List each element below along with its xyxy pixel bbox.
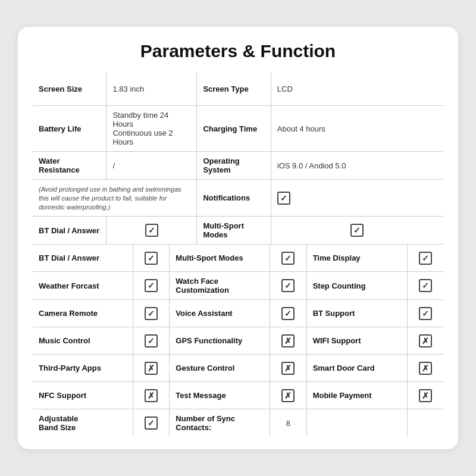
table-row: BT Dial / Answer Multi-Sport Modes Time … [33,245,444,272]
battery-life-value: Standby time 24 HoursContinuous use 2 Ho… [112,111,173,146]
feature-check-bt-dial [145,224,158,237]
feature-label: BT Support [313,309,355,318]
sync-contacts-value: 8 [286,419,290,428]
table-row: Screen Size 1.83 inch Screen Type LCD [33,73,444,106]
table-row: BT Dial / Answer Multi-SportModes [33,217,444,245]
table-row: Third-Party Apps Gesture Control Smart D… [33,355,444,382]
battery-life-label: Battery Life [39,124,82,133]
feature-label: Test Message [176,391,226,400]
main-card: Parameters & Function Screen Size 1.83 i… [18,27,458,449]
screen-size-value: 1.83 inch [112,84,144,93]
operating-system-value: iOS 9.0 / Andiod 5.0 [277,161,346,170]
notifications-label: Notifications [203,193,250,202]
feature-label-bt-dial: BT Dial / Answer [39,226,99,235]
feature-check [419,389,432,402]
feature-label: Smart Door Card [313,364,375,372]
feature-label: Camera Remote [39,309,98,318]
feature-check [419,362,432,375]
screen-size-label: Screen Size [39,84,82,93]
feature-check [281,279,295,292]
table-row: Battery Life Standby time 24 HoursContin… [33,106,444,152]
feature-check [145,389,158,402]
feature-check [281,362,295,375]
table-row: Music Control GPS Functionality WIFI Sup… [33,327,444,355]
feature-check [419,279,432,292]
charging-time-value: About 4 hours [277,124,325,133]
table-row: AdjustableBand Size Number of SyncContac… [33,409,444,437]
charging-time-label: Charging Time [203,124,257,133]
screen-type-label: Screen Type [203,84,248,93]
feature-label: Weather Forcast [39,281,99,290]
notifications-check [277,192,290,205]
feature-label: Music Control [39,336,90,345]
table-row: NFC Support Test Message Mobile Payment [33,382,444,409]
table-row: Camera Remote Voice Assistant BT Support [33,300,444,327]
feature-label: BT Dial / Answer [39,253,99,262]
feature-check [145,362,158,375]
feature-label: AdjustableBand Size [39,414,78,432]
feature-check [145,279,158,292]
feature-label-multi-sport: Multi-SportModes [203,221,244,239]
table-row: (Avoid prolonged use in bathing and swim… [33,180,444,217]
feature-check [281,389,295,402]
operating-system-label: OperatingSystem [203,156,239,174]
feature-label: Number of SyncContacts: [176,414,235,432]
feature-check [145,252,158,265]
water-note: (Avoid prolonged use in bathing and swim… [39,186,181,211]
feature-check [419,307,432,320]
page-title: Parameters & Function [32,41,444,61]
feature-check [281,334,295,347]
water-resistance-label: WaterResistance [39,156,80,174]
feature-label: Multi-Sport Modes [176,253,243,262]
table-row: Weather Forcast Watch FaceCustomization … [33,272,444,300]
feature-label: GPS Functionality [176,336,242,345]
feature-label: Watch FaceCustomization [176,277,229,295]
feature-check [145,307,158,320]
feature-label: Third-Party Apps [39,364,101,372]
feature-check [281,252,295,265]
feature-label: Mobile Payment [313,391,372,400]
feature-label: WIFI Support [313,336,361,345]
feature-label: Time Display [313,253,361,262]
specs-table: Screen Size 1.83 inch Screen Type LCD Ba… [32,72,444,245]
table-row: WaterResistance / OperatingSystem iOS 9.… [33,152,444,180]
feature-label: Step Counting [313,281,366,290]
feature-check [419,334,432,347]
feature-label: NFC Support [39,391,86,400]
water-resistance-value: / [112,161,115,170]
feature-check [145,416,158,430]
features-table: BT Dial / Answer Multi-Sport Modes Time … [32,244,444,437]
feature-label: Gesture Control [176,364,234,372]
feature-label: Voice Assistant [176,309,232,318]
feature-check [419,252,432,265]
screen-type-value: LCD [277,84,293,93]
feature-check [281,307,295,320]
feature-check-multi-sport [350,224,364,237]
feature-check [145,334,158,347]
